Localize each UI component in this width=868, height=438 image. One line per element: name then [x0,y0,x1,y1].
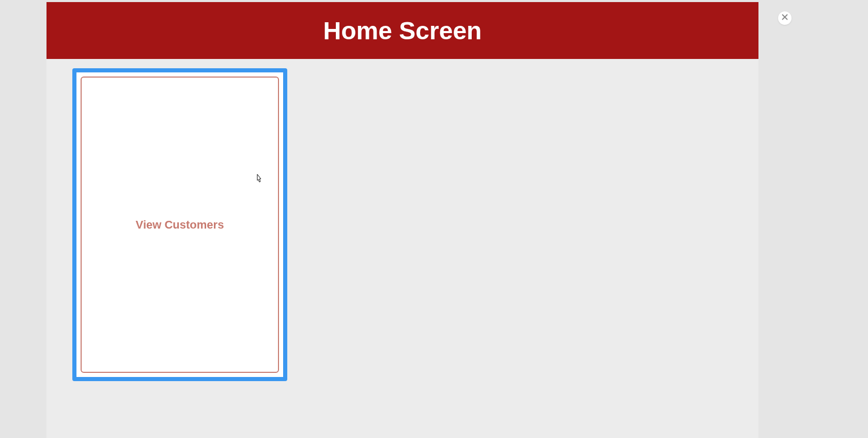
card-inner: View Customers [81,77,279,373]
card-label: View Customers [136,218,224,232]
content-area: View Customers [47,59,758,390]
page-container: Home Screen View Customers [47,2,758,438]
header-bar: Home Screen [47,2,758,59]
page-title: Home Screen [323,17,482,45]
close-icon [781,13,788,23]
close-button[interactable] [778,11,792,25]
view-customers-card[interactable]: View Customers [72,68,287,381]
